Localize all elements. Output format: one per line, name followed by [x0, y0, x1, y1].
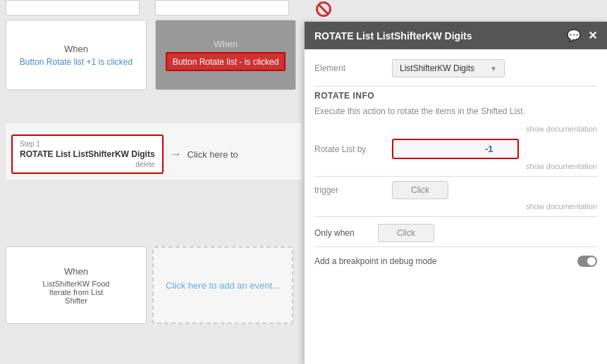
- bottom-area: When ListShifterKW Food Iterate from Lis…: [6, 246, 293, 324]
- step-area: Step 1 ROTATE List ListShifterKW Digits …: [6, 123, 302, 180]
- divider-2: [314, 176, 597, 177]
- divider-4: [314, 246, 597, 247]
- trigger-label: trigger: [314, 185, 385, 195]
- show-doc-link-3[interactable]: show documentation: [314, 202, 597, 211]
- panel-header-icons: 💬 ✕: [567, 29, 597, 42]
- breakpoint-label: Add a breakpoint in debug mode: [314, 256, 570, 266]
- element-dropdown[interactable]: ListShifterKW Digits ▼: [392, 59, 505, 77]
- add-event-text[interactable]: Click here to add an event...: [166, 280, 280, 291]
- rotate-list-by-input[interactable]: [392, 139, 519, 159]
- when-label-1: When: [64, 44, 88, 54]
- top-block-center: [155, 0, 289, 15]
- step-arrow-icon: →: [169, 147, 182, 162]
- bottom-when-label: When: [64, 266, 88, 277]
- divider-1: [314, 86, 597, 87]
- breakpoint-row: Add a breakpoint in debug mode: [314, 256, 597, 267]
- close-panel-icon[interactable]: ✕: [588, 29, 597, 42]
- only-when-label: Only when: [314, 228, 371, 238]
- breakpoint-toggle[interactable]: [577, 256, 597, 267]
- step-delete[interactable]: delete: [20, 161, 155, 168]
- when-label-2: When: [214, 39, 238, 49]
- event-text-2: Button Rotate list - is clicked: [173, 57, 279, 67]
- rotate-list-by-label: Rotate List by: [314, 144, 385, 154]
- bottom-block-1[interactable]: When ListShifterKW Food Iterate from Lis…: [6, 246, 147, 324]
- rotate-panel: ROTATE List ListShifterKW Digits 💬 ✕ Ele…: [304, 21, 607, 364]
- element-chevron-icon: ▼: [490, 65, 497, 73]
- event-block-1[interactable]: When Button Rotate list +1 is clicked: [6, 20, 147, 90]
- no-sign-icon: [316, 1, 331, 17]
- show-doc-link-2[interactable]: show documentation: [314, 162, 597, 170]
- step-action: ROTATE List ListShifterKW Digits: [20, 149, 155, 159]
- step-label: Step 1: [20, 140, 155, 148]
- element-row: Element ListShifterKW Digits ▼: [314, 59, 597, 77]
- panel-header: ROTATE List ListShifterKW Digits 💬 ✕: [305, 22, 607, 49]
- comment-icon[interactable]: 💬: [567, 29, 581, 42]
- divider-3: [314, 216, 597, 217]
- element-value: ListShifterKW Digits: [400, 63, 474, 73]
- panel-title: ROTATE List ListShifterKW Digits: [314, 30, 472, 42]
- add-event-block[interactable]: Click here to add an event...: [152, 246, 293, 324]
- click-here-text[interactable]: Click here to: [188, 149, 238, 160]
- top-block-left: [6, 0, 140, 15]
- step-box-1[interactable]: Step 1 ROTATE List ListShifterKW Digits …: [11, 134, 164, 174]
- rotate-info-title: ROTATE INFO: [314, 91, 597, 101]
- bottom-event-text-2: Iterate from List: [49, 288, 103, 296]
- canvas: When Button Rotate list +1 is clicked Wh…: [0, 0, 607, 364]
- bottom-event-text-3: Shifter: [65, 296, 87, 305]
- panel-body: Element ListShifterKW Digits ▼ ROTATE IN…: [305, 49, 607, 364]
- trigger-row: trigger Click: [314, 181, 597, 199]
- trigger-value[interactable]: Click: [392, 181, 448, 199]
- only-when-row: Only when Click: [314, 224, 597, 242]
- rotate-list-by-row: Rotate List by: [314, 139, 597, 159]
- bottom-event-text-1: ListShifterKW Food: [43, 280, 110, 288]
- rotate-value-field[interactable]: [485, 144, 506, 154]
- show-doc-link-1[interactable]: show documentation: [314, 125, 597, 133]
- rotate-info-desc: Execute this action to rotate the items …: [314, 105, 597, 118]
- event-text-1: Button Rotate list +1 is clicked: [20, 57, 133, 67]
- element-label: Element: [314, 63, 385, 73]
- event-block-2[interactable]: When Button Rotate list - is clicked: [155, 20, 296, 90]
- only-when-value[interactable]: Click: [378, 224, 434, 242]
